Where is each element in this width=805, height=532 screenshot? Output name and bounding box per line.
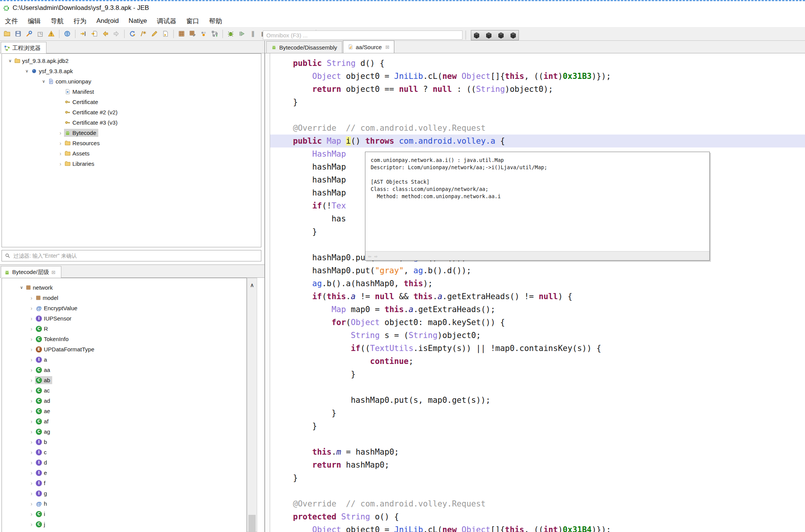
close-icon[interactable]: ⊠	[385, 44, 389, 50]
chevron-right-icon[interactable]: ›	[28, 346, 35, 353]
scroll-up-icon[interactable]: ∧	[247, 282, 257, 288]
tree-item-Certificate[interactable]: Certificate	[2, 97, 261, 107]
code-line[interactable]: for(Object object0: map0.keySet()) {	[270, 316, 805, 329]
tree-item-UPDataFormatType[interactable]: ›EUPDataFormatType	[2, 344, 246, 354]
code-line[interactable]: continue;	[270, 355, 805, 368]
warning-icon[interactable]	[46, 29, 56, 38]
chevron-right-icon[interactable]: ›	[28, 429, 35, 435]
chevron-right-icon[interactable]: ›	[28, 305, 35, 311]
tree-item-model[interactable]: ›model	[2, 293, 246, 303]
chevron-right-icon[interactable]: ›	[28, 501, 35, 507]
hierarchy-scrollbar[interactable]: ∧	[247, 278, 257, 532]
code-line[interactable]: }	[270, 420, 805, 433]
tree-item-ysf_9.3.8.apk.jdb2[interactable]: ∨ysf_9.3.8.apk.jdb2	[2, 56, 261, 66]
grid-edit-icon[interactable]	[188, 29, 197, 38]
chevron-right-icon[interactable]: ›	[57, 161, 64, 167]
tree-item-Manifest[interactable]: Manifest	[2, 87, 261, 97]
chevron-right-icon[interactable]: ›	[28, 377, 35, 383]
run-icon[interactable]	[237, 29, 246, 38]
code-line[interactable]: @Override // com.android.volley.Request	[270, 497, 805, 510]
tree-item-EncryptValue[interactable]: ›@EncryptValue	[2, 303, 246, 313]
code-line[interactable]: return hashMap0;	[270, 458, 805, 471]
chevron-down-icon[interactable]: ∨	[40, 79, 47, 84]
tree-item-b[interactable]: ›Ib	[2, 437, 246, 447]
chevron-right-icon[interactable]: ›	[28, 408, 35, 414]
code-line[interactable]: ag.b().a(hashMap0, this);	[270, 277, 805, 290]
rename-icon[interactable]	[150, 29, 159, 38]
tab-bytecode-disassembly[interactable]: Bytecode/Disassembly	[266, 41, 342, 53]
code-line[interactable]: Object object0 = JniLib.cL(new Object[]{…	[270, 70, 805, 83]
code-line[interactable]: hashMap0.put("gray", ag.b().d());	[270, 264, 805, 277]
tree-item-IUPSensor[interactable]: ›IIUPSensor	[2, 313, 246, 324]
code-line[interactable]	[270, 381, 805, 394]
tree-item-aa[interactable]: ›Caa	[2, 365, 246, 375]
tree-item-Bytecode[interactable]: ›Bytecode	[2, 128, 261, 138]
tree-item-network[interactable]: ∨network	[2, 282, 246, 293]
export-window-icon[interactable]: ◳	[35, 29, 45, 38]
chevron-right-icon[interactable]: ›	[28, 398, 35, 404]
code-line[interactable]: Object object0 = JniLib.cL(new Object[]{…	[270, 523, 805, 532]
chevron-right-icon[interactable]: ›	[28, 367, 35, 373]
tree-item-R[interactable]: ›CR	[2, 324, 246, 334]
chevron-right-icon[interactable]: ›	[28, 521, 35, 527]
tree-item-d[interactable]: ›Id	[2, 457, 246, 468]
tab-project-browser[interactable]: 工程浏览器	[1, 42, 46, 54]
refresh-decompile-icon[interactable]	[128, 29, 137, 38]
close-icon[interactable]: ⊠	[51, 269, 56, 275]
right-tool-4-icon[interactable]	[509, 30, 518, 40]
convert-doc-icon[interactable]	[161, 29, 170, 38]
chevron-right-icon[interactable]: ›	[28, 326, 35, 332]
chevron-right-icon[interactable]: ›	[28, 316, 35, 322]
menu-item-1[interactable]: 编辑	[23, 16, 46, 27]
chevron-right-icon[interactable]: ›	[28, 449, 35, 455]
menu-item-2[interactable]: 导航	[46, 16, 69, 27]
right-tool-1-icon[interactable]	[472, 30, 481, 40]
tools-icon[interactable]	[24, 29, 34, 38]
tree-item-i[interactable]: ›Ci	[2, 509, 246, 519]
code-line[interactable]: if((TextUtils.isEmpty(s)) || !map0.conta…	[270, 342, 805, 355]
code-line[interactable]: String s = (String)object0;	[270, 329, 805, 342]
chevron-right-icon[interactable]: ›	[57, 151, 64, 157]
tree-item-Certificate-#2-v2-[interactable]: Certificate #2 (v2)	[2, 107, 261, 117]
chevron-right-icon[interactable]: ›	[28, 470, 35, 476]
chevron-right-icon[interactable]: ›	[28, 490, 35, 497]
tree-item-a[interactable]: ›Ia	[2, 354, 246, 365]
hierarchy-icon[interactable]	[210, 29, 219, 38]
members-icon[interactable]	[199, 29, 208, 38]
code-line[interactable]	[270, 433, 805, 445]
chevron-right-icon[interactable]: ›	[28, 511, 35, 517]
code-line[interactable]: hashMap0.put(s, map0.get(s));	[270, 394, 805, 407]
omnibox-input[interactable]	[263, 30, 463, 40]
tree-item-ac[interactable]: ›Cac	[2, 385, 246, 396]
menu-item-6[interactable]: 调试器	[152, 16, 181, 27]
nav-forward-icon[interactable]	[112, 29, 121, 38]
menu-item-5[interactable]: Native	[124, 16, 152, 26]
tree-item-f[interactable]: ›If	[2, 478, 246, 488]
tree-item-c[interactable]: ›Ic	[2, 447, 246, 457]
tree-item-e[interactable]: ›Ie	[2, 468, 246, 478]
menu-item-7[interactable]: 窗口	[181, 16, 204, 27]
chevron-right-icon[interactable]: ›	[28, 418, 35, 425]
tree-item-ab[interactable]: ›Cab	[2, 375, 246, 385]
code-line[interactable]	[270, 484, 805, 497]
code-line[interactable]: Map map0 = this.a.getExtraHeads();	[270, 303, 805, 316]
chevron-right-icon[interactable]: ›	[28, 480, 35, 486]
tree-item-ae[interactable]: ›Cae	[2, 406, 246, 416]
tooltip-forward-icon[interactable]: ⇨	[374, 253, 377, 259]
pause-icon[interactable]: ∥	[248, 29, 258, 38]
chevron-right-icon[interactable]: ›	[57, 140, 64, 146]
tree-item-com.unionpay[interactable]: ∨com.unionpay	[2, 76, 261, 87]
bytecode-grid-icon[interactable]	[177, 29, 186, 38]
tree-item-Assets[interactable]: ›Assets	[2, 148, 261, 159]
right-tool-2-icon[interactable]	[484, 30, 493, 40]
goto-document-icon[interactable]	[90, 29, 99, 38]
comment-icon[interactable]: /*	[139, 29, 148, 38]
chevron-down-icon[interactable]: ∨	[23, 69, 30, 74]
browser-globe-icon[interactable]	[62, 29, 72, 38]
tree-item-Certificate-#3-v3-[interactable]: Certificate #3 (v3)	[2, 117, 261, 128]
menu-item-0[interactable]: 文件	[0, 16, 23, 27]
code-line[interactable]: @Override // com.android.volley.Request	[270, 122, 805, 135]
chevron-down-icon[interactable]: ∨	[18, 285, 25, 290]
chevron-right-icon[interactable]: ›	[28, 460, 35, 466]
nav-back-icon[interactable]	[101, 29, 110, 38]
